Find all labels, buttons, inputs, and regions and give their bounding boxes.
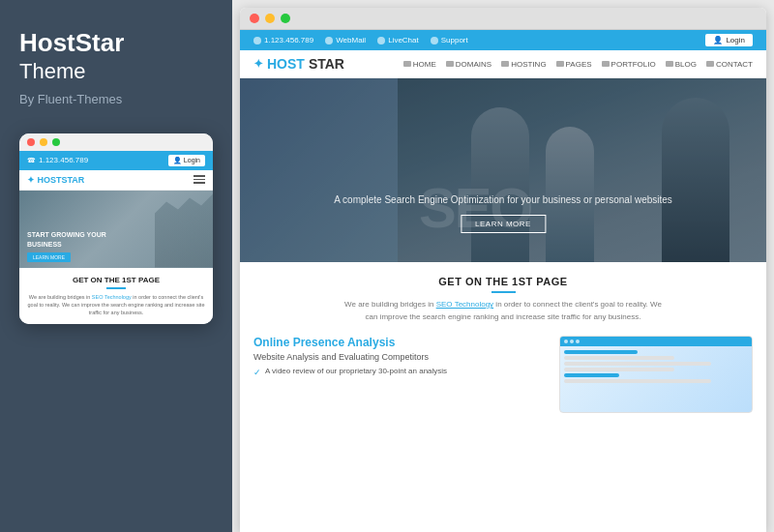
- nav-domains[interactable]: DOMAINS: [446, 60, 491, 69]
- site-check-item: ✓ A video review of our proprietary 30-p…: [253, 367, 546, 377]
- site-phone: 1.123.456.789: [253, 36, 313, 44]
- screenshot-top-bar: [560, 337, 752, 346]
- site-content-left: Online Presence Analysis Website Analysi…: [253, 336, 546, 413]
- mobile-logo: ✦ HOSTSTAR: [27, 175, 84, 185]
- site-content-divider: [491, 291, 516, 293]
- screenshot-line-3: [564, 362, 711, 366]
- browser-dot-yellow: [265, 14, 275, 23]
- mobile-hamburger-icon[interactable]: [194, 175, 205, 184]
- mobile-phone-number: ☎ 1.123.456.789: [27, 156, 88, 164]
- phone-icon: [253, 37, 261, 44]
- site-hero: SEO A complete Search Engine Optimizatio…: [240, 78, 766, 262]
- site-logo: ✦ HOSTSTAR: [253, 56, 344, 72]
- browser-dot-green: [281, 14, 290, 23]
- site-webmail[interactable]: WebMail: [325, 36, 366, 44]
- home-nav-icon: [403, 61, 411, 67]
- mobile-preview: ☎ 1.123.456.789 👤 Login ✦ HOSTSTAR: [19, 133, 213, 325]
- nav-home[interactable]: HOME: [403, 60, 436, 69]
- contact-nav-icon: [706, 61, 714, 67]
- nav-blog[interactable]: BLOG: [666, 60, 697, 69]
- site-content-desc: We are building bridges in SEO Technolog…: [339, 299, 668, 324]
- livechat-icon: [377, 37, 385, 44]
- check-icon: ✓: [253, 368, 261, 377]
- mobile-dot-green: [52, 138, 60, 146]
- browser-content: 1.123.456.789 WebMail LiveChat Support: [240, 30, 766, 532]
- brand-title: HostStar: [19, 29, 213, 57]
- site-content-title: GET ON THE 1ST PAGE: [253, 276, 753, 287]
- mobile-dot-red: [27, 138, 35, 146]
- domains-nav-icon: [446, 61, 454, 67]
- site-hero-content: SEO A complete Search Engine Optimizatio…: [292, 194, 713, 233]
- hosting-nav-icon: [501, 61, 509, 67]
- site-seo-link[interactable]: SEO Technology: [436, 300, 493, 309]
- site-content: GET ON THE 1ST PAGE We are building brid…: [240, 262, 766, 532]
- mobile-seo-link[interactable]: SEO Technology: [92, 294, 132, 300]
- login-icon: 👤: [173, 157, 182, 163]
- mobile-hero-cta[interactable]: LEARN MORE: [27, 252, 71, 262]
- site-login-button[interactable]: 👤 Login: [705, 34, 753, 46]
- mobile-hero-text: START GROWING YOUR BUSINESS: [27, 230, 205, 248]
- site-content-bottom: Online Presence Analysis Website Analysi…: [253, 336, 753, 413]
- mobile-content-text: We are building bridges in SEO Technolog…: [27, 293, 205, 317]
- mobile-dot-yellow: [40, 138, 47, 146]
- mobile-content: GET ON THE 1ST PAGE We are building brid…: [19, 268, 213, 325]
- screenshot-line-6: [564, 379, 711, 383]
- site-content-right: [559, 336, 753, 413]
- support-icon: [431, 37, 438, 44]
- mobile-top-info: ☎ 1.123.456.789 👤 Login: [19, 151, 213, 170]
- site-analysis-sub: Website Analysis and Evaluating Competit…: [253, 352, 546, 362]
- site-support[interactable]: Support: [431, 36, 468, 44]
- site-hero-big-text: SEO: [419, 175, 532, 240]
- mobile-window-bar: [19, 133, 213, 151]
- by-line: By Fluent-Themes: [19, 92, 213, 106]
- login-user-icon: 👤: [713, 36, 723, 44]
- brand-subtitle: Theme: [19, 59, 213, 84]
- screenshot-dot-3: [576, 340, 580, 343]
- nav-hosting[interactable]: HOSTING: [501, 60, 546, 69]
- pages-nav-icon: [556, 61, 564, 67]
- screenshot-body: [560, 346, 752, 387]
- left-panel: HostStar Theme By Fluent-Themes ☎ 1.123.…: [0, 0, 232, 532]
- browser-mockup: 1.123.456.789 WebMail LiveChat Support: [240, 8, 766, 532]
- webmail-icon: [325, 37, 333, 44]
- mobile-nav: ✦ HOSTSTAR: [19, 170, 213, 191]
- screenshot-dot-2: [570, 340, 574, 343]
- site-nav: ✦ HOSTSTAR HOME DOMAINS HOSTING: [240, 50, 766, 78]
- screenshot-line-1: [564, 350, 638, 354]
- site-logo-icon: ✦: [253, 57, 263, 71]
- mobile-content-title: GET ON THE 1ST PAGE: [27, 276, 205, 284]
- screenshot-dot-1: [564, 340, 568, 343]
- browser-top-bar: [240, 8, 766, 30]
- screenshot-line-5: [564, 373, 619, 377]
- mobile-content-divider: [106, 287, 126, 289]
- right-panel: 1.123.456.789 WebMail LiveChat Support: [232, 0, 774, 532]
- browser-dot-red: [250, 14, 259, 23]
- nav-portfolio[interactable]: PORTFOLIO: [602, 60, 656, 69]
- mobile-hero-image: [155, 191, 213, 268]
- blog-nav-icon: [666, 61, 673, 67]
- mobile-login-button[interactable]: 👤 Login: [168, 155, 205, 166]
- nav-contact[interactable]: CONTACT: [706, 60, 753, 69]
- mobile-hero: START GROWING YOUR BUSINESS LEARN MORE: [19, 191, 213, 268]
- site-nav-links: HOME DOMAINS HOSTING PAGES: [403, 60, 753, 69]
- screenshot-line-2: [564, 356, 674, 360]
- site-analysis-title: Online Presence Analysis: [253, 336, 546, 349]
- site-top-bar: 1.123.456.789 WebMail LiveChat Support: [240, 30, 766, 50]
- site-top-bar-left: 1.123.456.789 WebMail LiveChat Support: [253, 36, 468, 44]
- portfolio-nav-icon: [602, 61, 610, 67]
- site-livechat[interactable]: LiveChat: [377, 36, 419, 44]
- nav-pages[interactable]: PAGES: [556, 60, 592, 69]
- site-screenshot-preview: [559, 336, 753, 413]
- screenshot-line-4: [564, 368, 674, 371]
